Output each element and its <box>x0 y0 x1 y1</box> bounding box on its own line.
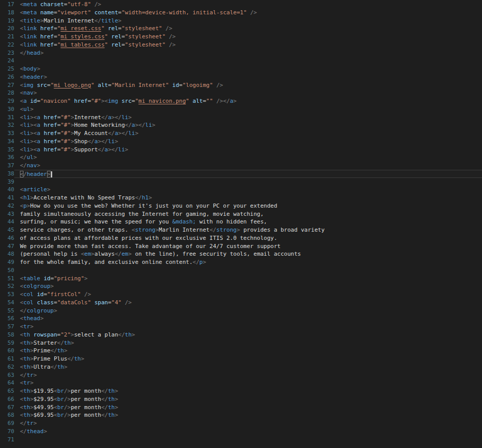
code-line-28[interactable]: 28<nav> <box>0 89 482 97</box>
code-line-52[interactable]: 52<colgroup> <box>0 282 482 290</box>
line-number: 30 <box>0 105 14 114</box>
code-text: <li><a href="#">Support</a></li> <box>14 146 482 154</box>
line-number: 42 <box>0 202 14 210</box>
code-line-38[interactable]: 38</header> <box>0 170 482 178</box>
code-line-48[interactable]: 48(personal help is <em>always</em> on t… <box>0 250 482 258</box>
line-number: 45 <box>0 226 14 234</box>
code-text: <title>Marlin Internet</title> <box>14 17 482 25</box>
code-line-71[interactable]: 71 <box>0 436 482 444</box>
line-number: 69 <box>0 419 14 428</box>
code-line-32[interactable]: 32<li><a href="#">Home Networking</a></l… <box>0 121 482 129</box>
code-line-24[interactable]: 24 <box>0 57 482 65</box>
code-line-58[interactable]: 58<th rowspan="2">select a plan</th> <box>0 331 482 339</box>
code-line-66[interactable]: 66<th>$29.95<br/>per month</th> <box>0 395 482 404</box>
code-text: <link href="mi_styles.css" rel="styleshe… <box>14 33 482 41</box>
code-line-44[interactable]: 44surfing, or music; we have the speed f… <box>0 218 482 226</box>
code-line-26[interactable]: 26<header> <box>0 73 482 81</box>
code-text: <meta name="viewport" content="width=dev… <box>14 9 482 17</box>
code-text: <thead> <box>14 315 482 323</box>
code-line-29[interactable]: 29<a id="navicon" href="#"><img src="mi_… <box>0 97 482 105</box>
code-text <box>14 266 482 275</box>
code-line-18[interactable]: 18<meta name="viewport" content="width=d… <box>0 9 482 17</box>
code-line-37[interactable]: 37</nav> <box>0 162 482 170</box>
code-line-59[interactable]: 59<th>Starter</th> <box>0 339 482 347</box>
code-line-54[interactable]: 54<col class="dataCols" span="4" /> <box>0 299 482 307</box>
code-line-39[interactable]: 39 <box>0 178 482 186</box>
code-line-50[interactable]: 50 <box>0 266 482 275</box>
line-number: 53 <box>0 290 14 299</box>
line-number: 18 <box>0 9 14 17</box>
code-line-27[interactable]: 27<img src="mi_logo.png" alt="Marlin Int… <box>0 81 482 89</box>
code-line-33[interactable]: 33<li><a href="#">My Account</a></li> <box>0 129 482 138</box>
code-line-67[interactable]: 67<th>$49.95<br/>per month</th> <box>0 404 482 412</box>
code-line-30[interactable]: 30<ul> <box>0 105 482 114</box>
code-line-56[interactable]: 56<thead> <box>0 315 482 323</box>
code-text: <link href="mi_reset.css" rel="styleshee… <box>14 25 482 33</box>
code-text: service charges, or other traps. <strong… <box>14 226 482 234</box>
code-text: <th>$19.95<br/>per month</th> <box>14 387 482 395</box>
code-line-31[interactable]: 31<li><a href="#">Internet</a></li> <box>0 114 482 122</box>
code-line-62[interactable]: 62<th>Ultra</th> <box>0 363 482 371</box>
code-line-53[interactable]: 53<col id="firstCol" /> <box>0 290 482 299</box>
code-line-42[interactable]: 42<p>How do you use the web? Whether it'… <box>0 202 482 210</box>
code-text: <article> <box>14 186 482 194</box>
line-number: 28 <box>0 89 14 97</box>
code-line-69[interactable]: 69</tr> <box>0 419 482 428</box>
line-number: 31 <box>0 114 14 122</box>
line-number: 48 <box>0 250 14 258</box>
code-line-45[interactable]: 45service charges, or other traps. <stro… <box>0 226 482 234</box>
code-text: </header> <box>14 170 482 178</box>
code-line-22[interactable]: 22<link href="mi_tables.css" rel="styles… <box>0 41 482 49</box>
code-text: </colgroup> <box>14 307 482 315</box>
code-text: </head> <box>14 49 482 57</box>
code-text: surfing, or music; we have the speed for… <box>14 218 482 226</box>
code-line-49[interactable]: 49for the whole family, and exclusive on… <box>0 258 482 266</box>
code-line-55[interactable]: 55</colgroup> <box>0 307 482 315</box>
code-line-35[interactable]: 35<li><a href="#">Support</a></li> <box>0 146 482 154</box>
code-line-20[interactable]: 20<link href="mi_reset.css" rel="stylesh… <box>0 25 482 33</box>
code-line-40[interactable]: 40<article> <box>0 186 482 194</box>
code-line-47[interactable]: 47We provide more than fast access. Take… <box>0 242 482 251</box>
code-text: <colgroup> <box>14 282 482 290</box>
code-text: <li><a href="#">Shop</a></li> <box>14 138 482 146</box>
code-line-46[interactable]: 46of access plans at affordable prices w… <box>0 234 482 242</box>
code-text: We provide more than fast access. Take a… <box>14 242 482 251</box>
code-line-70[interactable]: 70</thead> <box>0 428 482 436</box>
code-line-36[interactable]: 36</ul> <box>0 153 482 162</box>
line-number: 59 <box>0 339 14 347</box>
line-number: 26 <box>0 73 14 81</box>
code-line-43[interactable]: 43family simultaneously accessing the In… <box>0 210 482 218</box>
code-line-61[interactable]: 61<th>Prime Plus</th> <box>0 355 482 363</box>
line-number: 63 <box>0 371 14 379</box>
code-text: <header> <box>14 73 482 81</box>
line-number: 64 <box>0 379 14 387</box>
code-line-17[interactable]: 17<meta charset="utf-8" /> <box>0 1 482 9</box>
line-number: 34 <box>0 138 14 146</box>
code-line-19[interactable]: 19<title>Marlin Internet</title> <box>0 17 482 25</box>
code-text: of access plans at affordable prices wit… <box>14 234 482 242</box>
line-number: 51 <box>0 275 14 283</box>
code-text: <nav> <box>14 89 482 97</box>
code-line-21[interactable]: 21<link href="mi_styles.css" rel="styles… <box>0 33 482 41</box>
code-line-65[interactable]: 65<th>$19.95<br/>per month</th> <box>0 387 482 395</box>
code-text: </thead> <box>14 428 482 436</box>
code-line-51[interactable]: 51<table id="pricing"> <box>0 275 482 283</box>
code-line-64[interactable]: 64<tr> <box>0 379 482 387</box>
line-number: 32 <box>0 121 14 129</box>
line-number: 55 <box>0 307 14 315</box>
line-number: 68 <box>0 411 14 419</box>
code-editor[interactable]: 17<meta charset="utf-8" />18<meta name="… <box>0 0 482 448</box>
line-number: 49 <box>0 258 14 266</box>
code-line-60[interactable]: 60<th>Prime</th> <box>0 347 482 355</box>
line-number: 66 <box>0 395 14 404</box>
code-line-41[interactable]: 41<h1>Accelerate with No Speed Traps</h1… <box>0 194 482 202</box>
code-line-23[interactable]: 23</head> <box>0 49 482 57</box>
line-number: 21 <box>0 33 14 41</box>
code-line-68[interactable]: 68<th>$69.95<br/>per month</th> <box>0 411 482 419</box>
line-number: 36 <box>0 153 14 162</box>
code-line-57[interactable]: 57<tr> <box>0 323 482 331</box>
code-line-34[interactable]: 34<li><a href="#">Shop</a></li> <box>0 138 482 146</box>
code-line-25[interactable]: 25<body> <box>0 65 482 73</box>
line-number: 22 <box>0 41 14 49</box>
code-line-63[interactable]: 63</tr> <box>0 371 482 379</box>
